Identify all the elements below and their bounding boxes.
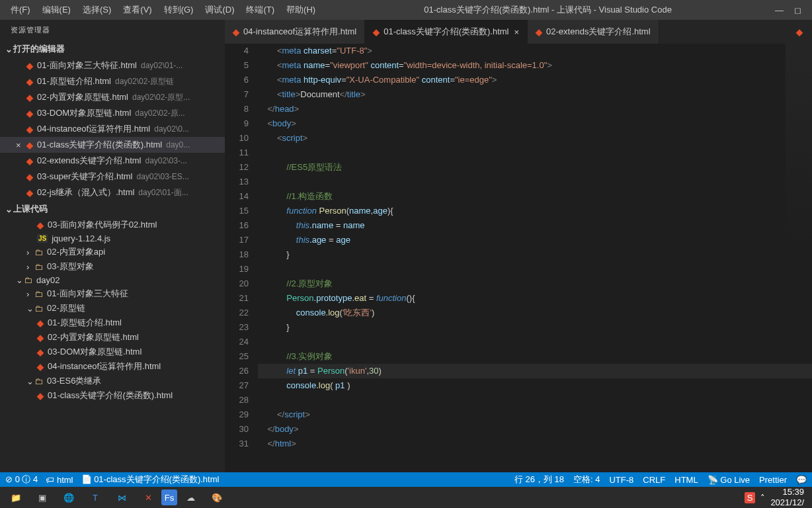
task-explorer-icon[interactable]: 📁 — [3, 488, 29, 507]
task-fs-icon[interactable]: Fs — [161, 489, 177, 505]
folder-item[interactable]: ›🗀01-面向对象三大特征 — [0, 286, 225, 301]
open-editors-header[interactable]: ⌄打开的编辑器 — [0, 40, 225, 58]
menu-goto[interactable]: 转到(G) — [159, 1, 199, 19]
menu-file[interactable]: 件(F) — [5, 1, 36, 19]
code-editor[interactable]: 4567891011121314151617181920212223242526… — [225, 44, 812, 472]
code-line[interactable]: //1.构造函数 — [258, 189, 812, 204]
workspace-header[interactable]: ⌄上课代码 — [0, 200, 225, 218]
file-item[interactable]: ◆01-class关键字介绍(类函数).html — [0, 388, 225, 403]
editor-tab[interactable]: ◆02-extends关键字介绍.html — [528, 20, 659, 44]
task-chrome-icon[interactable]: 🌐 — [56, 488, 82, 507]
minimize-button[interactable]: — — [775, 5, 783, 15]
code-line[interactable]: <meta http-equiv="X-UA-Compatible" conte… — [258, 73, 812, 87]
code-line[interactable]: } — [258, 320, 812, 335]
folder-item[interactable]: ⌄🗀03-ES6类继承 — [0, 374, 225, 388]
code-line[interactable] — [258, 335, 812, 349]
code-line[interactable]: //ES5原型语法 — [258, 160, 812, 175]
html-icon: ◆ — [37, 318, 44, 328]
file-item[interactable]: ◆01-原型链介绍.html — [0, 316, 225, 330]
menu-edit[interactable]: 编辑(E) — [37, 1, 76, 19]
task-terminal-icon[interactable]: ▣ — [29, 488, 56, 507]
code-line[interactable]: <meta charset="UTF-8"> — [258, 44, 812, 58]
folder-item[interactable]: ›🗀02-内置对象api — [0, 245, 225, 259]
code-line[interactable]: <title>Document</title> — [258, 87, 812, 102]
close-icon[interactable]: × — [16, 140, 26, 150]
folder-item[interactable]: ›🗀03-原型对象 — [0, 259, 225, 274]
open-editor-item[interactable]: ×◆03-super关键字介绍.htmlday02\03-ES... — [0, 169, 225, 185]
code-line[interactable]: </head> — [258, 102, 812, 116]
menu-debug[interactable]: 调试(D) — [200, 1, 239, 19]
open-editor-item[interactable]: ×◆02-内置对象原型链.htmlday02\02-原型... — [0, 89, 225, 105]
tray-sogou-icon[interactable]: S — [745, 492, 756, 503]
code-line[interactable] — [258, 175, 812, 189]
code-line[interactable]: console.log( p1 ) — [258, 378, 812, 393]
open-editor-item[interactable]: ×◆01-面向对象三大特征.htmlday02\01-... — [0, 58, 225, 73]
task-app1-icon[interactable]: ✕ — [135, 488, 161, 507]
code-line[interactable] — [258, 146, 812, 160]
menu-select[interactable]: 选择(S) — [77, 1, 116, 19]
code-line[interactable]: <body> — [258, 116, 812, 131]
menu-terminal[interactable]: 终端(T) — [241, 1, 280, 19]
status-errors[interactable]: ⊘ 0 ⓘ 4 — [5, 474, 38, 486]
task-paint-icon[interactable]: 🎨 — [204, 488, 230, 507]
status-eol[interactable]: CRLF — [643, 475, 665, 485]
file-item[interactable]: JSjquery-1.12.4.js — [0, 232, 225, 245]
code-line[interactable]: this.name = name — [258, 218, 812, 233]
code-line[interactable]: </html> — [258, 437, 812, 451]
task-text-icon[interactable]: T — [82, 488, 108, 507]
status-encoding[interactable]: UTF-8 — [609, 475, 633, 485]
explorer-title: 资源管理器 — [0, 20, 225, 40]
open-editor-item[interactable]: ×◆02-js继承（混入式）.htmlday02\01-面... — [0, 185, 225, 200]
status-breadcrumb[interactable]: 📄 01-class关键字介绍(类函数).html — [81, 474, 220, 486]
code-line[interactable] — [258, 393, 812, 407]
file-item[interactable]: ◆04-instanceof运算符作用.html — [0, 359, 225, 374]
code-line[interactable]: function Person(name,age){ — [258, 204, 812, 218]
folder-item[interactable]: ⌄🗀02-原型链 — [0, 301, 225, 316]
taskbar-clock[interactable]: 15:39 2021/12/ — [770, 487, 804, 507]
minimap[interactable] — [786, 44, 812, 242]
folder-icon: 🗀 — [34, 262, 43, 272]
editor-tab[interactable]: ◆01-class关键字介绍(类函数).html× — [365, 20, 528, 44]
open-editor-item[interactable]: ×◆01-class关键字介绍(类函数).htmlday0... — [0, 137, 225, 153]
code-line[interactable]: } — [258, 247, 812, 262]
code-line[interactable]: let p1 = Person('ikun',30) — [258, 364, 812, 378]
status-position[interactable]: 行 26，列 18 — [514, 474, 564, 486]
code-line[interactable]: this.age = age — [258, 233, 812, 247]
file-item[interactable]: ◆03-面向对象代码例子02.html — [0, 218, 225, 232]
status-lang-left[interactable]: 🏷 html — [46, 475, 73, 485]
file-item[interactable]: ◆03-DOM对象原型链.html — [0, 345, 225, 359]
menu-help[interactable]: 帮助(H) — [281, 1, 321, 19]
code-line[interactable] — [258, 262, 812, 276]
code-line[interactable]: console.log('吃东西') — [258, 306, 812, 320]
open-editor-item[interactable]: ×◆03-DOM对象原型链.htmlday02\02-原... — [0, 105, 225, 121]
task-weather-icon[interactable]: ☁ — [177, 488, 204, 507]
code-line[interactable]: </body> — [258, 422, 812, 437]
code-line[interactable]: //2.原型对象 — [258, 276, 812, 291]
folder-item[interactable]: ⌄🗀day02 — [0, 274, 225, 286]
file-item[interactable]: ◆02-内置对象原型链.html — [0, 330, 225, 345]
code-line[interactable]: </script> — [258, 407, 812, 422]
menu-view[interactable]: 查看(V) — [118, 1, 157, 19]
code-line[interactable]: Person.prototype.eat = function(){ — [258, 291, 812, 306]
file-name: 01-原型链介绍.html — [37, 75, 111, 87]
code-line[interactable]: <meta name="viewport" content="width=dev… — [258, 58, 812, 73]
code-line[interactable]: //3.实例对象 — [258, 349, 812, 364]
open-editor-item[interactable]: ×◆01-原型链介绍.htmlday02\02-原型链 — [0, 73, 225, 89]
close-icon[interactable]: × — [514, 27, 519, 37]
code-content[interactable]: <meta charset="UTF-8"> <meta name="viewp… — [258, 44, 812, 472]
task-vscode-icon[interactable]: ⋈ — [108, 488, 135, 507]
editor-tab[interactable]: ◆04-instanceof运算符作用.html — [225, 20, 365, 44]
status-lang[interactable]: HTML — [674, 475, 698, 485]
open-editor-item[interactable]: ×◆04-instanceof运算符作用.htmlday02\0... — [0, 121, 225, 137]
file-path: day02\03-... — [145, 156, 187, 165]
status-golive[interactable]: 📡 Go Live — [708, 475, 750, 485]
status-spaces[interactable]: 空格: 4 — [573, 474, 600, 486]
open-editor-item[interactable]: ×◆02-extends关键字介绍.htmlday02\03-... — [0, 153, 225, 169]
status-feedback-icon[interactable]: 💬 — [796, 475, 807, 485]
code-line[interactable]: <script> — [258, 131, 812, 146]
overflow-tab-icon[interactable]: ◆ — [796, 27, 803, 37]
maximize-button[interactable]: ◻ — [793, 5, 801, 15]
open-editors-label: 打开的编辑器 — [13, 43, 65, 55]
tray-up-icon[interactable]: ˄ — [760, 493, 765, 503]
status-prettier[interactable]: Prettier — [759, 475, 787, 485]
